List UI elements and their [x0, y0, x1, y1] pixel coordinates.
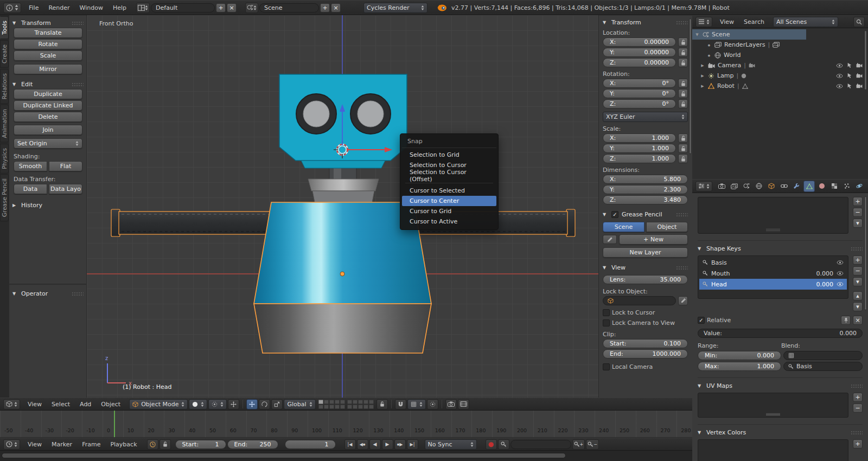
menu-select[interactable]: Select — [47, 399, 74, 409]
relative-checkbox[interactable]: ✓ — [698, 317, 705, 324]
expand-toggle[interactable]: ▼ — [694, 33, 700, 37]
hide-eye-icon[interactable] — [836, 74, 843, 78]
data-transfer-data-button[interactable]: Data — [14, 184, 47, 194]
panel-header-uv-maps[interactable]: ▼ UV Maps — [698, 377, 863, 390]
manipulator-scale-toggle[interactable] — [271, 399, 283, 409]
viewport-shading-dropdown[interactable] — [189, 399, 207, 409]
layer-cell[interactable] — [340, 405, 345, 409]
layer-cell[interactable] — [358, 405, 363, 409]
menu-item-selection-to-cursor-offset[interactable]: Selection to Cursor (Offset) — [402, 170, 496, 181]
gp-source-object-toggle[interactable]: Object — [646, 222, 688, 232]
list-resize-handle[interactable] — [766, 229, 780, 232]
tab-particles[interactable] — [841, 181, 852, 192]
shape-keys-list[interactable]: Basis Mouth 0.000 Head 0.000 — [698, 255, 848, 299]
orientation-dropdown[interactable]: Global — [284, 399, 315, 409]
layer-cell[interactable] — [335, 400, 340, 404]
clip-start-field[interactable]: Start:0.100 — [603, 339, 688, 348]
tree-row-world[interactable]: ● World — [692, 50, 868, 60]
scale-x-field[interactable]: X:1.000 — [603, 133, 676, 143]
panel-header-history[interactable]: ▶History — [12, 201, 84, 210]
panel-header-operator[interactable]: ▼Operator — [12, 289, 84, 298]
outliner-scrollbar[interactable] — [864, 30, 867, 90]
snap-element-dropdown[interactable] — [407, 399, 426, 409]
tab-render-layers[interactable] — [729, 181, 739, 192]
lock-location-x-button[interactable] — [678, 37, 688, 47]
shape-key-move-up-button[interactable]: ▲ — [853, 291, 863, 300]
panel-header-vertex-colors[interactable]: ▼ Vertex Colors — [698, 424, 863, 437]
location-x-field[interactable]: X:0.00000 — [603, 37, 676, 47]
lock-to-cursor-checkbox[interactable] — [603, 309, 610, 316]
shape-key-add-button[interactable]: + — [853, 255, 863, 265]
auto-keying-mode-button[interactable] — [498, 439, 509, 450]
screen-layout-field[interactable]: Default — [151, 3, 215, 12]
scale-y-field[interactable]: Y:1.000 — [603, 144, 676, 153]
tab-material[interactable] — [816, 181, 827, 192]
shape-key-clear-button[interactable]: × — [853, 316, 863, 325]
list-resize-handle[interactable] — [766, 413, 780, 416]
layer-cell[interactable] — [324, 400, 329, 404]
layer-cell[interactable] — [353, 400, 358, 404]
join-button[interactable]: Join — [14, 125, 82, 135]
menu-playback[interactable]: Playback — [106, 439, 141, 450]
frame-start-field[interactable]: Start:1 — [175, 440, 226, 449]
menu-object[interactable]: Object — [97, 399, 125, 409]
render-engine-dropdown[interactable]: Cycles Render — [363, 3, 427, 13]
range-min-field[interactable]: Min:0.000 — [698, 351, 781, 360]
menu-item-cursor-to-active[interactable]: Cursor to Active — [402, 216, 496, 227]
robot-object[interactable] — [87, 15, 598, 398]
shade-flat-button[interactable]: Flat — [49, 161, 82, 171]
editor-type-button[interactable] — [695, 181, 712, 191]
selectable-icon[interactable] — [847, 62, 852, 68]
manipulator-translate-toggle[interactable] — [246, 399, 258, 409]
rotation-z-field[interactable]: Z:0° — [603, 99, 676, 108]
panel-header-view[interactable]: ▼View — [603, 263, 688, 272]
panel-header-transform[interactable]: ▼Transform — [12, 18, 84, 28]
frame-end-field[interactable]: End:250 — [227, 440, 278, 449]
layer-cell[interactable] — [324, 405, 329, 409]
uv-map-remove-button[interactable]: − — [853, 404, 863, 413]
render-restrict-icon[interactable] — [856, 63, 863, 68]
proportional-edit-toggle[interactable] — [427, 399, 438, 409]
tab-scene[interactable] — [741, 181, 752, 192]
display-filter-dropdown[interactable]: All Scenes — [773, 17, 838, 27]
layer-cell[interactable] — [340, 400, 345, 404]
blend-basis-field[interactable]: Basis — [783, 362, 863, 371]
rotation-x-field[interactable]: X:0° — [603, 79, 676, 88]
layers-widget[interactable] — [318, 400, 374, 409]
scale-button[interactable]: Scale — [14, 50, 82, 61]
mute-eye-icon[interactable] — [837, 271, 844, 276]
tab-render[interactable] — [716, 181, 727, 192]
lock-location-y-button[interactable] — [678, 48, 688, 57]
tab-world[interactable] — [754, 181, 764, 192]
hide-eye-icon[interactable] — [836, 63, 843, 68]
use-preview-range-toggle[interactable] — [147, 439, 158, 450]
vertex-groups-list[interactable] — [698, 197, 848, 234]
dimension-x-field[interactable]: X:5.800 — [603, 175, 688, 184]
play-button[interactable]: ▶ — [382, 439, 393, 450]
mute-eye-icon[interactable] — [837, 260, 844, 265]
menu-search[interactable]: Search — [739, 17, 769, 27]
snap-toggle[interactable] — [395, 399, 406, 409]
auto-keyframe-record-button[interactable]: ● — [486, 439, 497, 450]
outliner-search-button[interactable] — [853, 17, 865, 27]
layer-cell[interactable] — [353, 405, 358, 409]
mute-eye-icon[interactable] — [837, 282, 844, 286]
shape-key-row-basis[interactable]: Basis — [699, 257, 847, 268]
menu-file[interactable]: File — [24, 3, 43, 13]
shape-key-specials-button[interactable]: ▼ — [853, 277, 863, 286]
menu-frame[interactable]: Frame — [78, 439, 105, 450]
set-origin-dropdown[interactable]: Set Origin — [14, 138, 82, 149]
location-y-field[interactable]: Y:0.00000 — [603, 48, 676, 57]
duplicate-button[interactable]: Duplicate — [14, 89, 82, 99]
scene-browse-button[interactable] — [245, 3, 258, 13]
local-camera-checkbox[interactable] — [603, 363, 610, 370]
shape-key-row-mouth[interactable]: Mouth 0.000 — [699, 268, 847, 279]
play-reverse-button[interactable]: ◀ — [369, 439, 381, 450]
lock-rotation-x-button[interactable] — [678, 79, 688, 88]
shape-key-value-slider[interactable]: Value: 0.000 — [698, 329, 863, 338]
dimension-y-field[interactable]: Y:2.300 — [603, 185, 688, 194]
menu-help[interactable]: Help — [108, 3, 131, 13]
layer-cell[interactable] — [363, 405, 368, 409]
data-transfer-layout-button[interactable]: Data Layo — [49, 184, 82, 194]
lens-field[interactable]: Lens:35.000 — [603, 275, 688, 284]
